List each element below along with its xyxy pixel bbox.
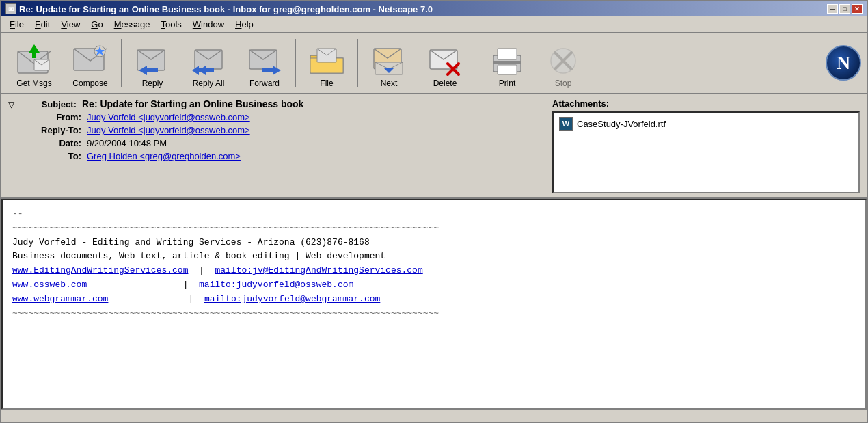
compose-label: Compose bbox=[72, 79, 107, 88]
body-line2: Business documents, Web text, article & … bbox=[12, 249, 856, 264]
from-label: From: bbox=[23, 112, 81, 122]
stop-icon bbox=[543, 41, 584, 79]
minimize-button[interactable]: ─ bbox=[827, 4, 838, 14]
main-window: ✉ Re: Update for Starting an Online Busi… bbox=[0, 0, 868, 423]
window-title: Re: Update for Starting an Online Busine… bbox=[19, 4, 433, 14]
menu-edit[interactable]: Edit bbox=[29, 18, 55, 31]
delete-button[interactable]: Delete bbox=[418, 36, 472, 90]
status-bar bbox=[1, 409, 867, 422]
replyto-value: Judy Vorfeld <judyvorfeld@ossweb.com> bbox=[87, 125, 250, 135]
subject-value: Re: Update for Starting an Online Busine… bbox=[82, 98, 303, 109]
header-left: ▽ Subject: Re: Update for Starting an On… bbox=[8, 98, 545, 193]
toolbar-separator-2 bbox=[295, 39, 296, 87]
replyto-label: Reply-To: bbox=[23, 125, 81, 135]
forward-icon bbox=[244, 41, 285, 79]
stop-label: Stop bbox=[555, 79, 572, 88]
attachment-filename: CaseStudy-JVorfeld.rtf bbox=[577, 119, 666, 129]
forward-label: Forward bbox=[249, 79, 280, 88]
menu-go[interactable]: Go bbox=[85, 18, 108, 31]
stop-button[interactable]: Stop bbox=[536, 36, 591, 90]
link-editing-services[interactable]: www.EditingAndWritingServices.com bbox=[12, 265, 188, 275]
toolbar-separator-4 bbox=[476, 39, 476, 87]
reply-button[interactable]: Reply bbox=[125, 36, 180, 90]
print-button[interactable]: Print bbox=[480, 36, 534, 90]
print-label: Print bbox=[499, 79, 516, 88]
reply-icon bbox=[132, 41, 173, 79]
from-value: Judy Vorfeld <judyvorfeld@ossweb.com> bbox=[87, 112, 250, 122]
tilde-line-2: ~~~~~~~~~~~~~~~~~~~~~~~~~~~~~~~~~~~~~~~~… bbox=[12, 307, 856, 321]
get-msgs-button[interactable]: Get Msgs bbox=[7, 36, 62, 90]
attachment-box: W CaseStudy-JVorfeld.rtf bbox=[552, 111, 860, 193]
header-info: ▽ Subject: Re: Update for Starting an On… bbox=[1, 94, 867, 199]
reply-label: Reply bbox=[142, 79, 163, 88]
body-links-row3: www.webgrammar.com | mailto:judyvorfeld@… bbox=[12, 292, 856, 307]
subject-label: Subject: bbox=[18, 99, 77, 109]
menu-view[interactable]: View bbox=[55, 18, 85, 31]
toolbar: Get Msgs Compose bbox=[1, 33, 867, 94]
toolbar-separator-3 bbox=[357, 39, 358, 87]
header-right: Attachments: W CaseStudy-JVorfeld.rtf bbox=[552, 98, 860, 193]
body-links-row2: www.ossweb.com | mailto:judyvorfeld@ossw… bbox=[12, 278, 856, 292]
delete-label: Delete bbox=[433, 79, 457, 88]
link-ossweb[interactable]: www.ossweb.com bbox=[12, 279, 87, 290]
from-link[interactable]: Judy Vorfeld <judyvorfeld@ossweb.com> bbox=[87, 112, 250, 122]
collapse-arrow[interactable]: ▽ bbox=[8, 100, 14, 109]
attachment-item[interactable]: W CaseStudy-JVorfeld.rtf bbox=[559, 117, 666, 131]
date-row: Date: 9/20/2004 10:48 PM bbox=[8, 138, 545, 148]
word-doc-icon: W bbox=[559, 117, 573, 131]
toolbar-separator-1 bbox=[121, 39, 122, 87]
subject-row: ▽ Subject: Re: Update for Starting an On… bbox=[8, 98, 545, 109]
reply-all-button[interactable]: Reply All bbox=[181, 36, 236, 90]
svg-rect-25 bbox=[493, 61, 521, 64]
to-row: To: Greg Holden <greg@gregholden.com> bbox=[8, 151, 545, 161]
menu-window[interactable]: Window bbox=[187, 18, 230, 31]
menu-message[interactable]: Message bbox=[109, 18, 156, 31]
email-body[interactable]: -- ~~~~~~~~~~~~~~~~~~~~~~~~~~~~~~~~~~~~~… bbox=[1, 199, 867, 409]
maximize-button[interactable]: □ bbox=[839, 4, 850, 14]
date-label: Date: bbox=[23, 138, 81, 148]
reply-all-icon bbox=[188, 41, 229, 79]
delete-icon bbox=[424, 41, 465, 79]
link-webgrammar[interactable]: www.webgrammar.com bbox=[12, 294, 108, 304]
link-mailto-judyvorfeld-ossweb[interactable]: mailto:judyvorfeld@ossweb.com bbox=[199, 279, 353, 290]
file-icon bbox=[306, 41, 347, 79]
get-msgs-icon bbox=[14, 41, 55, 79]
next-icon bbox=[368, 41, 409, 79]
close-button[interactable]: ✕ bbox=[852, 4, 863, 14]
menu-file[interactable]: File bbox=[4, 18, 29, 31]
svg-rect-24 bbox=[498, 65, 517, 74]
link-mailto-jv[interactable]: mailto:jv@EditingAndWritingServices.com bbox=[215, 265, 422, 275]
svg-marker-1 bbox=[29, 44, 40, 53]
next-button[interactable]: Next bbox=[362, 36, 416, 90]
file-button[interactable]: File bbox=[299, 36, 354, 90]
body-separator: -- bbox=[12, 207, 856, 221]
link-mailto-judyvorfeld-webgrammar[interactable]: mailto:judyvorfeld@webgrammar.com bbox=[204, 294, 380, 304]
title-bar-left: ✉ Re: Update for Starting an Online Busi… bbox=[5, 3, 433, 14]
title-bar-buttons: ─ □ ✕ bbox=[827, 4, 863, 14]
to-link[interactable]: Greg Holden <greg@gregholden.com> bbox=[87, 151, 241, 161]
netscape-logo: N bbox=[826, 45, 861, 81]
body-links-row1: www.EditingAndWritingServices.com | mail… bbox=[12, 264, 856, 278]
compose-icon bbox=[70, 41, 111, 79]
replyto-link[interactable]: Judy Vorfeld <judyvorfeld@ossweb.com> bbox=[87, 125, 250, 135]
svg-rect-2 bbox=[32, 53, 36, 58]
date-value: 9/20/2004 10:48 PM bbox=[87, 138, 167, 148]
menu-help[interactable]: Help bbox=[230, 18, 259, 31]
menu-bar: File Edit View Go Message Tools Window H… bbox=[1, 16, 867, 33]
svg-rect-23 bbox=[498, 49, 517, 59]
attachments-label: Attachments: bbox=[552, 98, 860, 109]
to-label: To: bbox=[23, 151, 81, 161]
reply-all-label: Reply All bbox=[193, 79, 225, 88]
print-icon bbox=[487, 41, 528, 79]
file-label: File bbox=[320, 79, 333, 88]
to-value: Greg Holden <greg@gregholden.com> bbox=[87, 151, 241, 161]
tilde-line-1: ~~~~~~~~~~~~~~~~~~~~~~~~~~~~~~~~~~~~~~~~… bbox=[12, 221, 856, 236]
from-row: From: Judy Vorfeld <judyvorfeld@ossweb.c… bbox=[8, 112, 545, 122]
replyto-row: Reply-To: Judy Vorfeld <judyvorfeld@ossw… bbox=[8, 125, 545, 135]
next-label: Next bbox=[381, 79, 398, 88]
window-icon: ✉ bbox=[5, 3, 16, 14]
forward-button[interactable]: Forward bbox=[237, 36, 292, 90]
compose-button[interactable]: Compose bbox=[63, 36, 118, 90]
title-bar: ✉ Re: Update for Starting an Online Busi… bbox=[1, 1, 867, 16]
menu-tools[interactable]: Tools bbox=[155, 18, 187, 31]
